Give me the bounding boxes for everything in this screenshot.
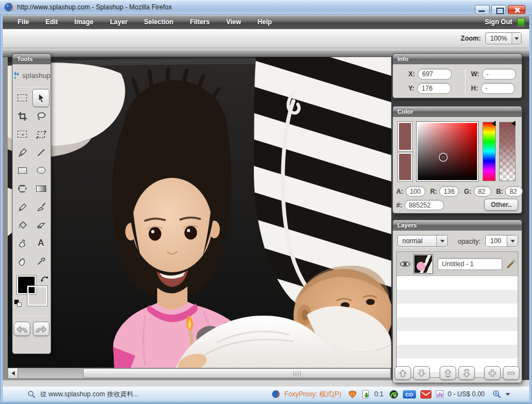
mail-icon[interactable] [420,390,431,399]
eraser-tool[interactable] [32,216,49,234]
h-input[interactable] [481,83,515,94]
crop-tool[interactable] [14,107,31,125]
maximize-button[interactable] [491,5,506,14]
previous-color-swatch[interactable] [398,153,412,181]
status-dropdown-caret[interactable] [506,393,510,396]
scroll-left-button[interactable] [8,368,18,378]
download-status-icon[interactable] [362,390,370,399]
cursor-arrow-icon [36,93,47,104]
smudge-finger-icon [17,238,28,249]
green-input[interactable] [474,186,491,197]
foxyproxy-status[interactable]: FoxyProxy: 模式(P) [285,390,341,399]
layer-thumbnail[interactable] [413,254,433,274]
line-tool[interactable] [32,143,49,161]
brush-tool[interactable] [32,198,49,216]
rectangle-tool[interactable] [14,161,31,179]
hue-slider[interactable] [483,122,496,181]
zoom-dropdown-arrow[interactable] [512,33,521,44]
ellipse-tool[interactable] [32,161,49,179]
close-button[interactable] [508,5,525,14]
menu-view[interactable]: View [218,15,249,29]
sign-out-link[interactable]: Sign Out [485,18,512,26]
fill-tool[interactable] [14,216,31,234]
alpha-input[interactable] [406,186,425,197]
menu-edit[interactable]: Edit [37,15,66,29]
undo-button[interactable] [14,322,30,336]
menu-help[interactable]: Help [250,15,280,29]
fox-icon[interactable] [348,390,357,399]
x-input[interactable] [418,69,452,80]
transform-tool[interactable] [32,125,49,143]
layers-panel-header[interactable]: Layers [392,220,522,231]
ellipse-icon [37,167,46,174]
eyedropper-tool[interactable] [32,252,49,270]
zoom-dropdown[interactable]: 100% [485,32,522,44]
firefox-status-icon[interactable] [271,390,280,399]
color-panel: Color A: R: G: B: [392,106,522,214]
scroll-left-icon [12,371,15,375]
tools-panel-header[interactable]: Tools [12,53,51,64]
move-tool[interactable] [32,89,49,107]
polygon-tool[interactable] [14,179,31,198]
pen-tool[interactable] [14,143,31,161]
menu-layer[interactable]: Layer [102,15,136,29]
default-colors-icon[interactable] [14,300,22,307]
chart-icon[interactable] [436,390,444,398]
swap-colors-icon[interactable] [40,274,49,284]
layer-row[interactable] [397,252,518,276]
smudge-tool[interactable] [14,234,31,252]
alpha-slider[interactable] [499,122,516,181]
text-tool[interactable]: A [32,234,49,252]
delete-layer-button[interactable] [503,366,519,380]
w-input[interactable] [482,69,516,80]
menu-selection[interactable]: Selection [136,15,181,29]
alpha-marker-icon[interactable] [511,121,516,126]
hue-marker-icon[interactable] [491,121,496,126]
layer-to-back-button[interactable] [458,366,475,380]
horizontal-scrollbar[interactable] [8,368,391,379]
menu-filters[interactable]: Filters [181,15,218,29]
background-color-swatch[interactable] [27,286,47,306]
globe-swirl-icon[interactable] [389,390,398,399]
layer-visibility-eye-icon[interactable] [399,260,411,268]
y-input[interactable] [417,83,451,94]
gradient-tool[interactable] [32,179,49,198]
scrollbar-thumb[interactable] [83,368,391,378]
info-panel-header[interactable]: Info [392,53,522,64]
eyedropper-icon [36,256,47,267]
layer-name-input[interactable] [437,258,502,270]
blue-input[interactable] [505,186,523,197]
colorzilla-badge[interactable]: CO [403,390,416,399]
redo-button[interactable] [33,322,49,336]
blend-mode-dropdown[interactable]: normal [397,235,448,247]
opacity-dropdown[interactable]: 100 [485,235,518,247]
menu-file[interactable]: File [9,15,37,29]
pencil-tool[interactable] [14,198,31,216]
zoom-in-icon[interactable] [492,390,501,399]
move-layer-up-button[interactable] [395,366,411,380]
menu-image[interactable]: Image [66,15,102,29]
red-input[interactable] [439,186,459,197]
brush-icon [36,201,47,212]
status-green-indicator[interactable] [517,18,525,26]
hand-tool[interactable] [14,252,31,270]
lasso-tool[interactable] [32,107,49,125]
resize-grip[interactable] [517,391,523,397]
current-color-swatch[interactable] [398,122,412,151]
blend-mode-arrow[interactable] [436,235,447,246]
image-canvas[interactable] [8,57,391,368]
color-picker-handle[interactable] [440,154,447,161]
fixed-select-tool[interactable] [14,125,31,143]
add-layer-button[interactable] [484,366,501,380]
layer-effects-wand-icon[interactable] [506,257,518,269]
minimize-button[interactable] [475,5,490,14]
opacity-arrow[interactable] [507,235,518,246]
rectangular-marquee-tool[interactable] [14,89,31,107]
saturation-value-picker[interactable] [417,122,478,181]
other-color-button[interactable]: Other.. [484,199,518,211]
move-layer-down-button[interactable] [413,366,430,380]
hex-input[interactable] [404,200,444,210]
layer-to-front-button[interactable] [440,366,456,380]
color-panel-header[interactable]: Color [392,106,522,117]
status-search-icon [27,390,36,399]
